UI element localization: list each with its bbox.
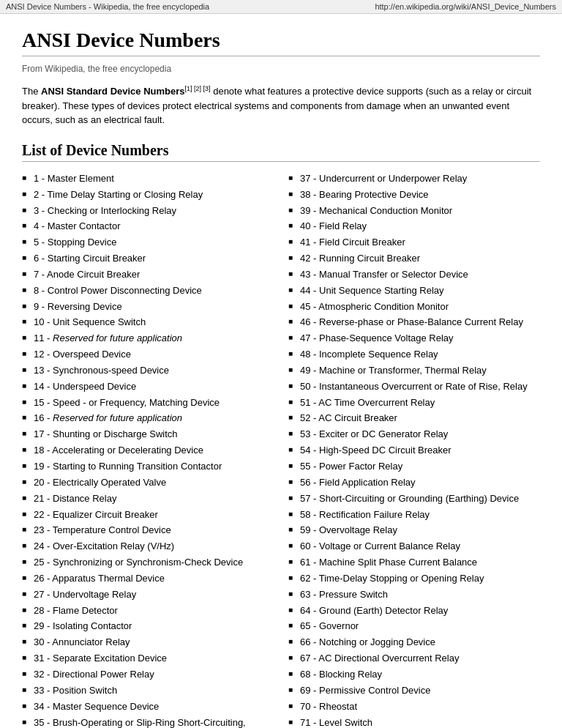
- item-text: 8 - Control Power Disconnecting Device: [34, 284, 274, 298]
- item-text: 65 - Governor: [300, 620, 540, 634]
- bullet-icon: ■: [288, 701, 297, 712]
- item-text: 32 - Directional Power Relay: [34, 668, 274, 682]
- item-text: 68 - Blocking Relay: [300, 668, 540, 682]
- bullet-icon: ■: [288, 381, 297, 392]
- bullet-icon: ■: [22, 349, 31, 360]
- item-text: 49 - Machine or Transformer, Thermal Rel…: [300, 364, 540, 378]
- item-text: 70 - Rheostat: [300, 700, 540, 714]
- item-text: 37 - Undercurrent or Underpower Relay: [300, 172, 540, 186]
- bullet-icon: ■: [22, 573, 31, 584]
- list-item: ■4 - Master Contactor: [22, 220, 274, 234]
- bullet-icon: ■: [22, 285, 31, 296]
- bullet-icon: ■: [288, 412, 297, 423]
- item-text: 13 - Synchronous-speed Device: [34, 364, 274, 378]
- list-item: ■35 - Brush-Operating or Slip-Ring Short…: [22, 716, 274, 728]
- list-item: ■24 - Over-Excitation Relay (V/Hz): [22, 540, 274, 554]
- list-item: ■28 - Flame Detector: [22, 604, 274, 618]
- list-item: ■61 - Machine Split Phase Current Balanc…: [288, 556, 540, 570]
- list-item: ■29 - Isolating Contactor: [22, 620, 274, 634]
- item-text: 51 - AC Time Overcurrent Relay: [300, 396, 540, 410]
- bullet-icon: ■: [288, 573, 297, 584]
- bullet-icon: ■: [22, 237, 31, 248]
- bullet-icon: ■: [288, 301, 297, 312]
- item-text: 6 - Starting Circuit Breaker: [34, 252, 274, 266]
- list-item: ■1 - Master Element: [22, 172, 274, 186]
- page-title: ANSI Device Numbers: [22, 29, 540, 56]
- bullet-icon: ■: [22, 189, 31, 200]
- bullet-icon: ■: [288, 269, 297, 280]
- list-item: ■50 - Instantaneous Overcurrent or Rate …: [288, 380, 540, 394]
- bullet-icon: ■: [22, 365, 31, 376]
- item-text: 53 - Exciter or DC Generator Relay: [300, 428, 540, 442]
- list-item: ■41 - Field Circuit Breaker: [288, 236, 540, 250]
- bullet-icon: ■: [22, 205, 31, 216]
- list-item: ■18 - Accelerating or Decelerating Devic…: [22, 444, 274, 458]
- bullet-icon: ■: [22, 717, 31, 728]
- item-text: 48 - Incomplete Sequence Relay: [300, 348, 540, 362]
- item-text: 60 - Voltage or Current Balance Relay: [300, 540, 540, 554]
- list-item: ■39 - Mechanical Conduction Monitor: [288, 204, 540, 218]
- bullet-icon: ■: [288, 557, 297, 568]
- bullet-icon: ■: [288, 477, 297, 488]
- item-text: 67 - AC Directional Overcurrent Relay: [300, 652, 540, 666]
- list-item: ■69 - Permissive Control Device: [288, 684, 540, 698]
- item-text: 15 - Speed - or Frequency, Matching Devi…: [34, 396, 274, 410]
- list-item: ■17 - Shunting or Discharge Switch: [22, 428, 274, 442]
- item-text: 62 - Time-Delay Stopping or Opening Rela…: [300, 572, 540, 586]
- item-text: 64 - Ground (Earth) Detector Relay: [300, 604, 540, 618]
- item-text: 23 - Temperature Control Device: [34, 524, 274, 538]
- item-text: 9 - Reversing Device: [34, 300, 274, 314]
- bullet-icon: ■: [288, 428, 297, 439]
- bullet-icon: ■: [288, 205, 297, 216]
- bullet-icon: ■: [288, 493, 297, 504]
- item-text: 7 - Anode Circuit Breaker: [34, 268, 274, 282]
- bullet-icon: ■: [288, 189, 297, 200]
- item-text: 55 - Power Factor Relay: [300, 460, 540, 474]
- list-item: ■44 - Unit Sequence Starting Relay: [288, 284, 540, 298]
- item-text: 19 - Starting to Running Transition Cont…: [34, 460, 274, 474]
- bullet-icon: ■: [22, 541, 31, 551]
- item-text: 31 - Separate Excitation Device: [34, 652, 274, 666]
- list-item: ■5 - Stopping Device: [22, 236, 274, 250]
- bullet-icon: ■: [288, 524, 297, 535]
- bullet-icon: ■: [22, 301, 31, 312]
- list-item: ■60 - Voltage or Current Balance Relay: [288, 540, 540, 554]
- item-text: 12 - Overspeed Device: [34, 348, 274, 362]
- bullet-icon: ■: [288, 461, 297, 472]
- item-text: 3 - Checking or Interlocking Relay: [34, 204, 274, 218]
- item-text: 33 - Position Switch: [34, 684, 274, 698]
- item-text: 1 - Master Element: [34, 172, 274, 186]
- list-item: ■55 - Power Factor Relay: [288, 460, 540, 474]
- bullet-icon: ■: [22, 269, 31, 280]
- item-text: 21 - Distance Relay: [34, 492, 274, 506]
- browser-title: ANSI Device Numbers - Wikipedia, the fre…: [6, 2, 209, 11]
- list-item: ■23 - Temperature Control Device: [22, 524, 274, 538]
- item-text: 69 - Permissive Control Device: [300, 684, 540, 698]
- bullet-icon: ■: [22, 397, 31, 408]
- item-text: 25 - Synchronizing or Synchronism-Check …: [34, 556, 274, 570]
- bullet-icon: ■: [22, 220, 31, 231]
- bullet-icon: ■: [22, 253, 31, 264]
- item-text: 14 - Underspeed Device: [34, 380, 274, 394]
- list-item: ■49 - Machine or Transformer, Thermal Re…: [288, 364, 540, 378]
- list-item: ■34 - Master Sequence Device: [22, 700, 274, 714]
- list-item: ■21 - Distance Relay: [22, 492, 274, 506]
- bullet-icon: ■: [288, 620, 297, 631]
- item-text: 42 - Running Circuit Breaker: [300, 252, 540, 266]
- list-item: ■10 - Unit Sequence Switch: [22, 316, 274, 330]
- item-text: 45 - Atmospheric Condition Monitor: [300, 300, 540, 314]
- list-item: ■47 - Phase-Sequence Voltage Relay: [288, 332, 540, 346]
- intro-term: ANSI Standard Device Numbers: [41, 86, 185, 97]
- list-item: ■25 - Synchronizing or Synchronism-Check…: [22, 556, 274, 570]
- item-text: 66 - Notching or Jogging Device: [300, 636, 540, 650]
- bullet-icon: ■: [288, 285, 297, 296]
- list-item: ■15 - Speed - or Frequency, Matching Dev…: [22, 396, 274, 410]
- list-item: ■33 - Position Switch: [22, 684, 274, 698]
- item-text: 46 - Reverse-phase or Phase-Balance Curr…: [300, 316, 540, 330]
- bullet-icon: ■: [22, 477, 31, 488]
- left-column: ■1 - Master Element■2 - Time Delay Start…: [22, 172, 274, 728]
- list-item: ■59 - Overvoltage Relay: [288, 524, 540, 538]
- wiki-source: From Wikipedia, the free encyclopedia: [22, 64, 540, 74]
- item-text: 41 - Field Circuit Breaker: [300, 236, 540, 250]
- list-item: ■20 - Electrically Operated Valve: [22, 476, 274, 490]
